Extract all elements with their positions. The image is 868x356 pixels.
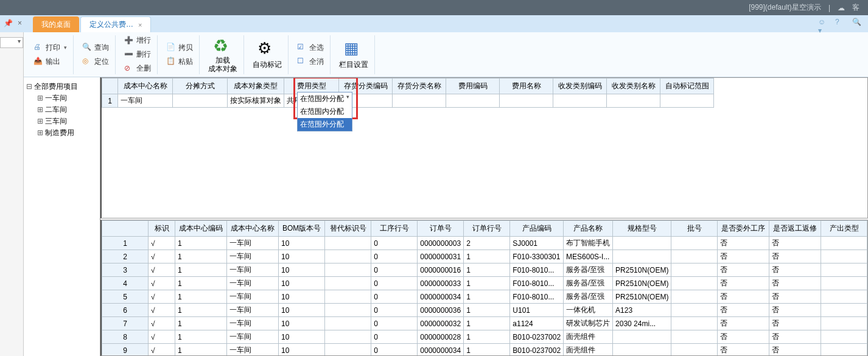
cell-spec[interactable]: A123	[613, 304, 671, 317]
upper-th-9[interactable]: 收发类别编码	[553, 79, 607, 94]
cell-pname[interactable]: MES600S-I...	[564, 250, 613, 264]
delrow-button[interactable]: ➖删行	[122, 48, 153, 61]
cell-out[interactable]	[821, 344, 867, 357]
lower-th-11[interactable]: 规格型号	[613, 221, 671, 237]
upper-th-2[interactable]: 分摊方式	[173, 79, 228, 94]
lower-th-10[interactable]: 产品名称	[564, 221, 613, 237]
deselect-all-button[interactable]: ☐全消	[295, 55, 326, 68]
cell-pcode[interactable]: F010-8010...	[510, 277, 564, 290]
cell-proc[interactable]: 0	[371, 344, 418, 357]
cell-ord[interactable]: 0000000033	[418, 277, 464, 290]
cell-rw[interactable]: 否	[769, 317, 821, 330]
cell-bom[interactable]: 10	[279, 290, 325, 304]
cell-ow[interactable]: 否	[718, 277, 769, 290]
cell-ccode[interactable]: 1	[175, 344, 227, 357]
copy-button[interactable]: 📄拷贝	[164, 41, 195, 54]
cell-rw[interactable]: 否	[769, 237, 821, 250]
cell-pcode[interactable]: B010-0237002	[510, 344, 564, 357]
cell-ow[interactable]: 否	[718, 290, 769, 304]
cell-mark[interactable]: √	[149, 317, 175, 330]
cell-bom[interactable]: 10	[279, 344, 325, 357]
cell-ordl[interactable]: 1	[464, 264, 510, 277]
cell-mark[interactable]: √	[149, 290, 175, 304]
cell-bom[interactable]: 10	[279, 304, 325, 317]
cell-cname[interactable]: 一车间	[227, 304, 279, 317]
cell-proc[interactable]: 0	[371, 237, 418, 250]
cell-cname[interactable]: 一车间	[227, 290, 279, 304]
cell-pcode[interactable]: B010-0237002	[510, 330, 564, 344]
cell-out[interactable]	[821, 317, 867, 330]
io-class-code-cell[interactable]	[553, 94, 607, 108]
cell-bom[interactable]: 10	[279, 317, 325, 330]
cell-out[interactable]	[821, 264, 867, 277]
cell-proc[interactable]: 0	[371, 330, 418, 344]
lower-th-5[interactable]: 替代标识号	[325, 221, 371, 237]
cell-ord[interactable]: 0000000003	[418, 237, 464, 250]
cell-ccode[interactable]: 1	[175, 330, 227, 344]
cell-ordl[interactable]: 2	[464, 237, 510, 250]
cell-pname[interactable]: 一体化机	[564, 304, 613, 317]
dropdown-option-1[interactable]: 在范围内分配	[298, 105, 352, 118]
delall-button[interactable]: ⊘全删	[122, 62, 153, 75]
cell-proc[interactable]: 0	[371, 250, 418, 264]
tab-close-icon[interactable]: ×	[138, 21, 142, 29]
cell-ord[interactable]: 0000000036	[418, 304, 464, 317]
cell-pname[interactable]: 布丁智能手机	[564, 237, 613, 250]
upper-th-11[interactable]: 自动标记范围	[660, 79, 714, 94]
cell-cname[interactable]: 一车间	[227, 277, 279, 290]
lower-table-row[interactable]: 7√1一车间10000000000321a1124研发试制芯片2030 24mi…	[102, 317, 867, 330]
pin-icon[interactable]: 📌	[4, 19, 13, 27]
cell-ccode[interactable]: 1	[175, 317, 227, 330]
auto-mark-button[interactable]: ⚙ 自动标记	[247, 35, 289, 74]
query-button[interactable]: 🔍查询	[80, 41, 111, 54]
cell-cname[interactable]: 一车间	[227, 330, 279, 344]
cell-proc[interactable]: 0	[371, 264, 418, 277]
lower-th-13[interactable]: 是否委外工序	[718, 221, 769, 237]
lower-th-8[interactable]: 订单行号	[464, 221, 510, 237]
cell-cname[interactable]: 一车间	[227, 344, 279, 357]
cell-alt[interactable]	[325, 264, 371, 277]
lower-th-6[interactable]: 工序行号	[371, 221, 418, 237]
cost-obj-type-cell[interactable]: 按实际核算对象	[228, 94, 284, 108]
cell-bom[interactable]: 10	[279, 250, 325, 264]
cell-ow[interactable]: 否	[718, 250, 769, 264]
cell-batch[interactable]	[671, 330, 718, 344]
cell-alt[interactable]	[325, 277, 371, 290]
cell-rw[interactable]: 否	[769, 344, 821, 357]
lower-th-9[interactable]: 产品编码	[510, 221, 564, 237]
load-cost-obj-button[interactable]: ♻ 加载 成本对象	[202, 35, 244, 74]
upper-th-6[interactable]: 存货分类名称	[393, 79, 446, 94]
cell-ord[interactable]: 0000000028	[418, 330, 464, 344]
tree-node-4[interactable]: 制造费用	[26, 127, 97, 139]
dropdown-selected[interactable]: 在范围外分配	[298, 92, 352, 105]
lower-table-row[interactable]: 3√1一车间10000000000161F010-8010...服务器/至强PR…	[102, 264, 867, 277]
cell-alt[interactable]	[325, 330, 371, 344]
cell-pcode[interactable]: F010-8010...	[510, 264, 564, 277]
cell-ccode[interactable]: 1	[175, 237, 227, 250]
tree-node-3[interactable]: 三车间	[26, 116, 97, 127]
export-button[interactable]: 📤输出	[31, 55, 69, 68]
cell-mark[interactable]: √	[149, 237, 175, 250]
smiley-icon[interactable]: ☺ ▾	[818, 18, 829, 29]
upper-th-3[interactable]: 成本对象类型	[228, 79, 284, 94]
cell-ow[interactable]: 否	[718, 330, 769, 344]
cell-spec[interactable]: PR2510N(OEM)	[613, 264, 671, 277]
auto-mark-range-cell[interactable]	[660, 94, 714, 108]
help-icon[interactable]: ?	[835, 18, 846, 29]
cell-batch[interactable]	[671, 304, 718, 317]
cell-bom[interactable]: 10	[279, 237, 325, 250]
cell-ord[interactable]: 0000000031	[418, 250, 464, 264]
lower-th-2[interactable]: 成本中心编码	[175, 221, 227, 237]
cell-mark[interactable]: √	[149, 344, 175, 357]
cell-rw[interactable]: 否	[769, 277, 821, 290]
cell-pcode[interactable]: a1124	[510, 317, 564, 330]
cell-alt[interactable]	[325, 237, 371, 250]
locate-button[interactable]: ◎定位	[80, 55, 111, 68]
print-button[interactable]: 🖨打印▾	[31, 41, 69, 54]
upper-th-1[interactable]: 成本中心名称	[118, 79, 173, 94]
cell-batch[interactable]	[671, 344, 718, 357]
cloud-icon[interactable]: ☁	[838, 4, 845, 12]
cell-out[interactable]	[821, 290, 867, 304]
tab-desktop[interactable]: 我的桌面	[33, 16, 79, 32]
cell-bom[interactable]: 10	[279, 330, 325, 344]
